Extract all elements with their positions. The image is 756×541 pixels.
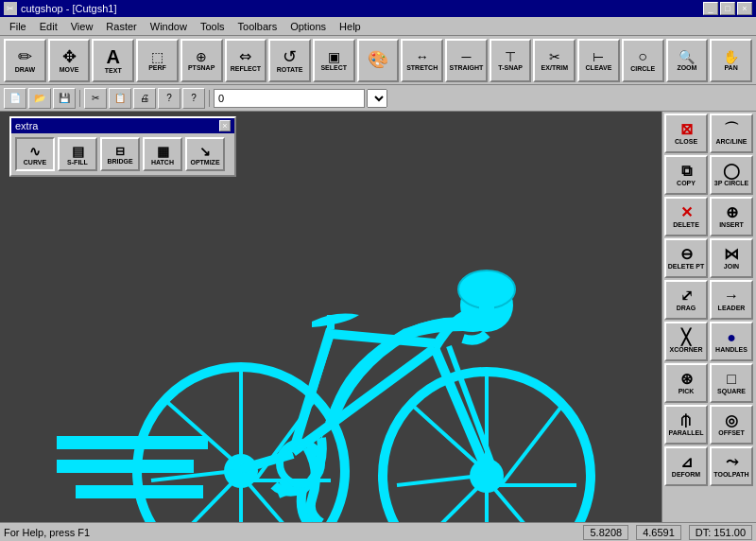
menu-help[interactable]: Help bbox=[334, 19, 367, 34]
tool-ptsnap[interactable]: ⊕ PTSNAP bbox=[180, 39, 223, 82]
right-tool-row-3: ⊖ Delete pt ⋈ Join bbox=[664, 238, 754, 278]
help-text: For Help, press F1 bbox=[4, 527, 90, 538]
tool-pan[interactable]: ✋ PAN bbox=[710, 39, 752, 82]
copy-button[interactable]: 📋 bbox=[109, 88, 131, 109]
right-btn-toolpath[interactable]: ⤳ ToolPath bbox=[710, 446, 753, 486]
sfill-icon: ▤ bbox=[72, 144, 84, 159]
separator bbox=[79, 90, 80, 107]
menu-file[interactable]: File bbox=[4, 19, 32, 34]
3pcircle-icon: ◯ bbox=[723, 164, 740, 179]
coord-input[interactable] bbox=[214, 89, 365, 108]
tool-extrim[interactable]: ✂ EX/TRIM bbox=[533, 39, 576, 82]
right-tool-row-8: ⊿ Deform ⤳ ToolPath bbox=[664, 446, 754, 486]
tool-stretch[interactable]: ↔ STRETCH bbox=[401, 39, 443, 82]
menu-toolbars[interactable]: Toolbars bbox=[232, 19, 284, 34]
tool-select[interactable]: ▣ SELECT bbox=[313, 39, 355, 82]
right-tool-row-5: ╳ XCorner ● Handles bbox=[664, 322, 754, 361]
tool-text[interactable]: A TEXT bbox=[92, 39, 134, 82]
svg-line-21 bbox=[397, 476, 480, 485]
straight-icon: ─ bbox=[461, 50, 471, 63]
delete-icon: ✕ bbox=[680, 205, 693, 220]
canvas-area[interactable]: extra × ∿ CURVE ▤ S-FILL ⊟ BRIDGE bbox=[0, 112, 662, 522]
tool-rotate[interactable]: ↺ ROTATE bbox=[268, 39, 311, 82]
drag-icon: ⤢ bbox=[680, 288, 693, 304]
right-tool-row-4: ⤢ Drag → Leader bbox=[664, 280, 754, 320]
extra-panel: extra × ∿ CURVE ▤ S-FILL ⊟ BRIDGE bbox=[9, 116, 236, 177]
extra-tool-hatch[interactable]: ▦ HATCH bbox=[143, 137, 182, 171]
extra-tool-bridge[interactable]: ⊟ BRIDGE bbox=[100, 137, 140, 171]
tool-straight[interactable]: ─ STRAIGHT bbox=[445, 39, 488, 82]
svg-line-16 bbox=[501, 403, 564, 485]
extra-tool-optimize[interactable]: ↘ OPTMIZE bbox=[185, 137, 225, 171]
menu-raster[interactable]: Raster bbox=[100, 19, 142, 34]
extra-panel-title: extra × bbox=[11, 118, 234, 133]
right-btn-pick[interactable]: ⊛ Pick bbox=[664, 363, 708, 403]
right-btn-copy[interactable]: ⧉ CopY bbox=[664, 155, 708, 195]
extra-close-button[interactable]: × bbox=[219, 120, 231, 131]
right-btn-3pcircle[interactable]: ◯ 3P Circle bbox=[710, 155, 753, 195]
reflect-icon: ⇔ bbox=[239, 49, 251, 64]
right-btn-offset[interactable]: ◎ Offset bbox=[710, 405, 753, 445]
close-tool-icon: ⊠ bbox=[680, 122, 693, 137]
color-icon: 🎨 bbox=[368, 51, 388, 68]
right-btn-parallel[interactable]: ⫛ Parallel bbox=[664, 405, 708, 445]
right-btn-close[interactable]: ⊠ Close bbox=[664, 113, 708, 153]
print-button[interactable]: 🖨 bbox=[133, 88, 156, 109]
main-toolbar: ✏ DRAW ✥ MOVE A TEXT ⬚ PERF ⊕ PTSNAP ⇔ R… bbox=[0, 36, 756, 85]
minimize-button[interactable]: _ bbox=[703, 2, 718, 15]
info-button[interactable]: ? bbox=[182, 88, 205, 109]
join-icon: ⋈ bbox=[724, 247, 739, 262]
menu-view[interactable]: View bbox=[65, 19, 99, 34]
circle-icon: ○ bbox=[638, 49, 647, 64]
extra-tool-sfill[interactable]: ▤ S-FILL bbox=[58, 137, 97, 171]
tool-color[interactable]: 🎨 bbox=[357, 39, 400, 82]
maximize-button[interactable]: □ bbox=[720, 2, 735, 15]
parallel-icon: ⫛ bbox=[679, 413, 694, 428]
right-btn-join[interactable]: ⋈ Join bbox=[710, 238, 753, 278]
menu-edit[interactable]: Edit bbox=[34, 19, 63, 34]
right-btn-square[interactable]: □ Square bbox=[710, 363, 753, 403]
stretch-icon: ↔ bbox=[416, 50, 429, 63]
right-btn-arcline[interactable]: ⌒ Arc/Line bbox=[710, 113, 753, 153]
right-btn-drag[interactable]: ⤢ Drag bbox=[664, 280, 708, 320]
right-btn-delete[interactable]: ✕ Delete bbox=[664, 197, 708, 236]
menu-tools[interactable]: Tools bbox=[195, 19, 231, 34]
coord-select[interactable] bbox=[367, 89, 387, 108]
right-btn-deletept[interactable]: ⊖ Delete pt bbox=[664, 238, 708, 278]
tool-perf[interactable]: ⬚ PERF bbox=[136, 39, 179, 82]
curve-icon: ∿ bbox=[29, 144, 41, 159]
close-button[interactable]: × bbox=[737, 2, 752, 15]
cut-button[interactable]: ✂ bbox=[84, 88, 107, 109]
open-button[interactable]: 📂 bbox=[28, 88, 51, 109]
right-btn-deform[interactable]: ⊿ Deform bbox=[664, 446, 708, 486]
svg-line-20 bbox=[411, 485, 480, 522]
canvas[interactable]: extra × ∿ CURVE ▤ S-FILL ⊟ BRIDGE bbox=[0, 112, 662, 522]
tool-zoom[interactable]: 🔍 ZOOM bbox=[666, 39, 709, 82]
tool-move[interactable]: ✥ MOVE bbox=[48, 39, 91, 82]
svg-line-37 bbox=[279, 492, 288, 496]
title-bar: ✂ cutgshop - [Cutgsh1] _ □ × bbox=[0, 0, 756, 17]
xcorner-icon: ╳ bbox=[681, 330, 691, 345]
select-icon: ▣ bbox=[328, 50, 340, 63]
right-btn-handles[interactable]: ● Handles bbox=[710, 322, 753, 361]
help-button[interactable]: ? bbox=[158, 88, 180, 109]
tool-draw[interactable]: ✏ DRAW bbox=[4, 39, 46, 82]
right-tool-row-1: ⧉ CopY ◯ 3P Circle bbox=[664, 155, 754, 195]
new-button[interactable]: 📄 bbox=[4, 88, 26, 109]
tool-cleave[interactable]: ⊢ CLEAVE bbox=[577, 39, 620, 82]
extrim-icon: ✂ bbox=[549, 50, 560, 63]
tool-reflect[interactable]: ⇔ REFLECT bbox=[225, 39, 267, 82]
draw-icon: ✏ bbox=[18, 48, 32, 65]
tsnap-icon: ⊤ bbox=[505, 50, 516, 63]
right-btn-xcorner[interactable]: ╳ XCorner bbox=[664, 322, 708, 361]
menu-window[interactable]: Window bbox=[145, 19, 193, 34]
right-btn-insert[interactable]: ⊕ Insert bbox=[710, 197, 753, 236]
window-title: cutgshop - [Cutgsh1] bbox=[21, 3, 117, 14]
text-icon: A bbox=[107, 47, 120, 66]
save-button[interactable]: 💾 bbox=[53, 88, 76, 109]
tool-circle[interactable]: ○ CIRCLE bbox=[622, 39, 664, 82]
right-btn-leader[interactable]: → Leader bbox=[710, 280, 753, 320]
tool-tsnap[interactable]: ⊤ T-SNAP bbox=[490, 39, 532, 82]
extra-tool-curve[interactable]: ∿ CURVE bbox=[15, 137, 55, 171]
menu-options[interactable]: Options bbox=[284, 19, 332, 34]
